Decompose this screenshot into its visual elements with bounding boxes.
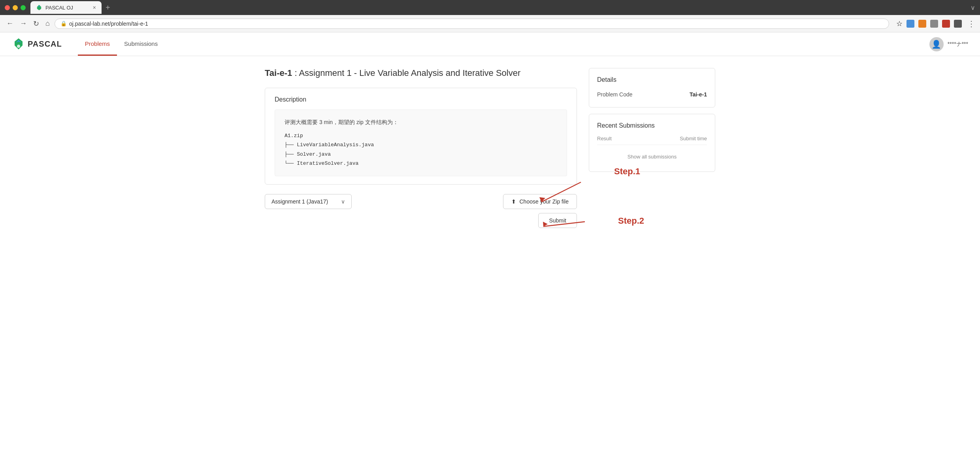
problem-code-value: Tai-e-1 [690,91,707,98]
tab-close-button[interactable]: × [93,4,96,11]
logo-text: PASCAL [28,40,62,49]
svg-point-4 [17,45,20,48]
extension-icon-2 [918,20,926,28]
upload-icon: ⬆ [511,198,516,205]
submit-right: ⬆ Choose your Zip file Submit Step.1 [503,194,577,228]
bookmark-icon[interactable]: ☆ [896,19,903,28]
logo-icon [12,38,25,51]
description-label: Description [275,96,567,103]
description-text: 评测大概需要 3 min，期望的 zip 文件结构为： [285,118,557,127]
submissions-card: Recent Submissions Result Submit time Sh… [589,114,715,172]
content-left: Tai-e-1 : Assignment 1 - Live Variable A… [265,68,577,228]
submit-button[interactable]: Submit [538,213,577,228]
tab-favicon [36,4,42,11]
close-button[interactable] [5,5,10,10]
back-button[interactable]: ← [5,18,15,29]
submit-label: Submit [549,217,566,224]
home-button[interactable]: ⌂ [44,18,51,29]
new-tab-button[interactable]: + [102,3,114,12]
code-line-2: ├── LiveVariableAnalysis.java [285,140,557,149]
tab-bar: PASCAL OJ × + [30,1,971,14]
problem-code-label: Problem Code [597,91,633,98]
title-num: -1 [285,68,292,78]
details-title: Details [597,76,707,83]
assignment-label: Assignment 1 (Java17) [271,198,328,205]
problem-title: Tai-e-1 : Assignment 1 - Live Variable A… [265,68,577,78]
result-col-header: Result [597,136,612,141]
recent-submissions-title: Recent Submissions [597,122,707,129]
minimize-button[interactable] [13,5,18,10]
url-text: oj.pascal-lab.net/problem/tai-e-1 [69,21,148,27]
page-wrapper: PASCAL Problems Submissions 👤 ****ナ*** T… [0,32,980,475]
forward-button[interactable]: → [18,18,28,29]
content-right: Details Problem Code Tai-e-1 Recent Subm… [589,68,715,228]
submissions-header: Result Submit time [597,136,707,145]
code-line-3: ├── Solver.java [285,150,557,159]
assignment-select[interactable]: Assignment 1 (Java17) ∨ [265,194,352,209]
browser-titlebar: PASCAL OJ × + ∨ [0,0,980,15]
description-box: Description 评测大概需要 3 min，期望的 zip 文件结构为： … [265,88,577,185]
choose-zip-button[interactable]: ⬆ Choose your Zip file [503,194,577,209]
select-arrow-icon: ∨ [341,198,345,205]
active-tab[interactable]: PASCAL OJ × [30,1,102,14]
description-content: 评测大概需要 3 min，期望的 zip 文件结构为： A1.zip ├── L… [275,109,567,176]
details-card: Details Problem Code Tai-e-1 [589,68,715,107]
site-nav: Problems Submissions [78,32,165,56]
show-all-submissions-link[interactable]: Show all submissions [597,150,707,164]
traffic-lights [5,5,26,10]
user-area: 👤 ****ナ*** [929,37,968,51]
code-line-4: └── IterativeSolver.java [285,159,557,168]
window-expand[interactable]: ∨ [971,4,975,11]
avatar: 👤 [929,37,944,51]
logo-area: PASCAL [12,38,62,51]
avatar-icon: 👤 [931,40,941,49]
title-suffix: : Assignment 1 - Live Variable Analysis … [292,68,520,78]
site-header: PASCAL Problems Submissions 👤 ****ナ*** [0,32,980,56]
user-name: ****ナ*** [948,41,968,48]
submit-time-col-header: Submit time [680,136,707,141]
choose-zip-label: Choose your Zip file [519,198,569,205]
browser-chrome: PASCAL OJ × + ∨ ← → ↻ ⌂ 🔒 oj.pascal-lab.… [0,0,980,32]
browser-actions: ☆ ⋮ [896,19,975,28]
maximize-button[interactable] [21,5,26,10]
nav-submissions[interactable]: Submissions [117,32,165,56]
submit-area: Assignment 1 (Java17) ∨ ⬆ Choose your Zi… [265,194,577,228]
extension-icon-4 [942,20,950,28]
code-line-1: A1.zip [285,131,557,140]
lock-icon: 🔒 [60,21,67,26]
browser-toolbar: ← → ↻ ⌂ 🔒 oj.pascal-lab.net/problem/tai-… [0,15,980,32]
main-content: Tai-e-1 : Assignment 1 - Live Variable A… [253,56,727,240]
nav-problems[interactable]: Problems [78,32,117,56]
problem-code-row: Problem Code Tai-e-1 [597,90,707,99]
extension-icon-3 [930,20,938,28]
refresh-button[interactable]: ↻ [32,18,41,30]
address-bar[interactable]: 🔒 oj.pascal-lab.net/problem/tai-e-1 [55,19,889,29]
extension-icon-1 [906,20,914,28]
extension-icon-5 [954,20,962,28]
title-bold: Tai-e [265,68,285,78]
menu-button[interactable]: ⋮ [967,19,975,28]
code-block: A1.zip ├── LiveVariableAnalysis.java ├──… [285,131,557,168]
tab-title: PASCAL OJ [45,5,73,11]
